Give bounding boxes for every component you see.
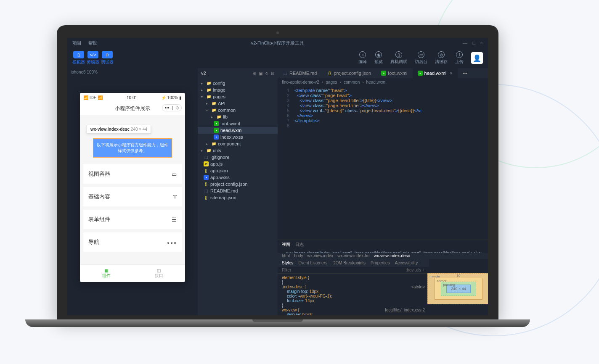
maximize-icon[interactable]: □ — [472, 40, 475, 45]
hov-toggle[interactable]: :hov .cls — [406, 268, 421, 272]
tree-file-foot[interactable]: ▪foot.wxml — [198, 120, 278, 127]
crumb[interactable]: wx-view.index-hd — [337, 253, 369, 258]
breadcrumb: fino-applet-demo-v2›pages›common›head.wx… — [278, 78, 488, 86]
tree-folder-component[interactable]: ▸📁component — [198, 140, 278, 147]
tree-folder-image[interactable]: ▸📁image — [198, 87, 278, 93]
nav-icon: ∘∘∘ — [167, 239, 177, 245]
phone-time: 10:01 — [127, 95, 137, 100]
phone-signal: 📶 IDE 📶 — [83, 95, 103, 100]
styles-tab-styles[interactable]: Styles — [282, 261, 293, 265]
tab-projectconfig[interactable]: {}project.config.json — [322, 68, 376, 78]
tree-folder-pages[interactable]: ▾📁pages — [198, 93, 278, 100]
app-window: 项目 帮助 v2-FinClip小程序开发工具 — □ × ▯模拟器 </>剪编… — [67, 38, 488, 315]
tab-readme[interactable]: ⬚README.md — [278, 68, 322, 78]
elements-panel[interactable]: ▸ <wx-image class="index-logo" src="../r… — [278, 249, 488, 253]
tree-file-readme[interactable]: ⬚README.md — [198, 187, 278, 194]
mode-editor[interactable]: </>剪编器 — [87, 51, 99, 65]
window-title: v2-FinClip小程序开发工具 — [251, 40, 305, 46]
devtools: 视图日志 ▸ <wx-image class="index-logo" src=… — [278, 240, 488, 315]
close-icon[interactable]: × — [480, 40, 483, 45]
crumb[interactable]: wx-view.index — [307, 253, 334, 258]
avatar[interactable]: 👤 — [471, 52, 483, 64]
tree-file-appjson[interactable]: {}app.json — [198, 167, 278, 174]
styles-tab-dom[interactable]: DOM Breakpoints — [332, 261, 366, 265]
container-icon: ▭ — [172, 171, 177, 177]
form-icon: ☰ — [172, 216, 177, 223]
tool-background[interactable]: ▭切后台 — [415, 51, 427, 65]
toolbar: ▯模拟器 </>剪编器 ⫛调试器 ○编译 ◉预览 ▯真机调试 ▭切后台 ⊘清缓存… — [67, 48, 488, 68]
styles-tab-events[interactable]: Event Listeners — [298, 261, 327, 265]
simulator-device: iphone6 100% — [67, 68, 198, 76]
tool-compile[interactable]: ○编译 — [358, 51, 367, 65]
explorer-root: v2 — [201, 71, 253, 76]
text-icon: T — [173, 193, 177, 200]
new-file-icon[interactable]: ⊕ — [253, 71, 256, 76]
tab-foot[interactable]: ▪foot.wxml — [376, 68, 412, 78]
styles-filter-input[interactable] — [282, 268, 406, 272]
add-rule-icon[interactable]: + — [422, 268, 425, 272]
list-item[interactable]: 视图容器▭ — [83, 164, 182, 184]
devtools-tab-view[interactable]: 视图 — [282, 242, 290, 248]
menu-project[interactable]: 项目 — [72, 40, 82, 46]
tab-head[interactable]: ▪head.wxml× — [413, 68, 458, 78]
editor-tabs: ⬚README.md {}project.config.json ▪foot.w… — [278, 68, 488, 78]
tree-folder-utils[interactable]: ▸📁utils — [198, 147, 278, 154]
tree-folder-common[interactable]: ▾📁common — [198, 107, 278, 113]
tree-folder-lib[interactable]: ▸📁lib — [198, 113, 278, 120]
tool-preview[interactable]: ◉预览 — [374, 51, 383, 65]
tree-file-appjs[interactable]: JSapp.js — [198, 161, 278, 167]
mode-simulator[interactable]: ▯模拟器 — [72, 51, 85, 65]
tool-upload[interactable]: ↥上传 — [455, 51, 464, 65]
tree-file-indexwxss[interactable]: ▪index.wxss — [198, 134, 278, 140]
phone-simulator: 📶 IDE 📶 10:01 ⚡ 100% ▮ 小程序组件展示 •••|⊙ wx-… — [80, 93, 185, 282]
crumb[interactable]: wx-view.index-desc — [374, 253, 410, 258]
phone-tab-components[interactable]: ▦组件 — [80, 265, 133, 282]
tool-cache[interactable]: ⊘清缓存 — [435, 51, 448, 65]
tab-close-icon[interactable]: × — [450, 71, 452, 76]
elements-breadcrumb: html body wx-view.index wx-view.index-hd… — [278, 253, 488, 259]
devtools-tab-log[interactable]: 日志 — [295, 242, 304, 248]
tree-folder-config[interactable]: ▸📁config — [198, 80, 278, 87]
crumb[interactable]: html — [282, 253, 290, 258]
inspect-tooltip: wx-view.index-desc 240 × 44 — [87, 125, 151, 134]
tree-file-sitemap[interactable]: {}sitemap.json — [198, 194, 278, 201]
minimize-icon[interactable]: — — [463, 40, 467, 45]
tree-file-projectconfig[interactable]: {}project.config.json — [198, 181, 278, 187]
editor-area: ⬚README.md {}project.config.json ▪foot.w… — [278, 68, 488, 315]
list-item[interactable]: 导航∘∘∘ — [83, 232, 182, 252]
crumb[interactable]: body — [294, 253, 303, 258]
laptop-frame: 项目 帮助 v2-FinClip小程序开发工具 — □ × ▯模拟器 </>剪编… — [25, 25, 530, 345]
code-editor[interactable]: 1<template name="head">2 <view class="pa… — [278, 86, 488, 240]
menubar: 项目 帮助 v2-FinClip小程序开发工具 — □ × — [67, 38, 488, 48]
collapse-icon[interactable]: ⊟ — [271, 71, 274, 76]
tab-overflow[interactable]: ••• — [458, 68, 473, 78]
file-explorer: v2 ⊕ ▣ ↻ ⊟ ▸📁config ▸📁image ▾📁pages ▸📁AP… — [198, 68, 278, 315]
phone-battery: ⚡ 100% ▮ — [161, 95, 182, 100]
new-folder-icon[interactable]: ▣ — [259, 71, 262, 76]
phone-title: 小程序组件展示 — [115, 106, 150, 111]
list-item[interactable]: 基础内容T — [83, 187, 182, 206]
styles-tab-a11y[interactable]: Accessibility — [395, 261, 418, 265]
refresh-icon[interactable]: ↻ — [265, 71, 268, 76]
laptop-base — [25, 319, 530, 327]
mode-debugger[interactable]: ⫛调试器 — [101, 51, 114, 65]
tree-file-appwxss[interactable]: ▪app.wxss — [198, 174, 278, 181]
styles-tab-props[interactable]: Properties — [371, 261, 390, 265]
box-model: margin10 border padding 240 × 44 — [429, 259, 488, 315]
tree-file-head[interactable]: ▪head.wxml — [198, 127, 278, 134]
phone-capsule[interactable]: •••|⊙ — [162, 104, 182, 111]
tree-file-gitignore[interactable]: ⬚.gitignore — [198, 154, 278, 161]
list-item[interactable]: 表单组件☰ — [83, 210, 182, 229]
phone-tab-api[interactable]: ◫接口 — [133, 265, 185, 282]
styles-rules[interactable]: element.style { } .index-desc {<style> m… — [278, 274, 429, 315]
tree-folder-api[interactable]: ▸📁API — [198, 100, 278, 107]
camera-dot — [276, 32, 279, 34]
menu-help[interactable]: 帮助 — [88, 40, 98, 46]
highlighted-element: 以下将展示小程序官方组件能力，组件样式仅供参考。 — [93, 138, 172, 158]
tool-remote[interactable]: ▯真机调试 — [390, 51, 407, 65]
simulator-panel: iphone6 100% 📶 IDE 📶 10:01 ⚡ 100% ▮ 小程序组… — [67, 68, 198, 315]
